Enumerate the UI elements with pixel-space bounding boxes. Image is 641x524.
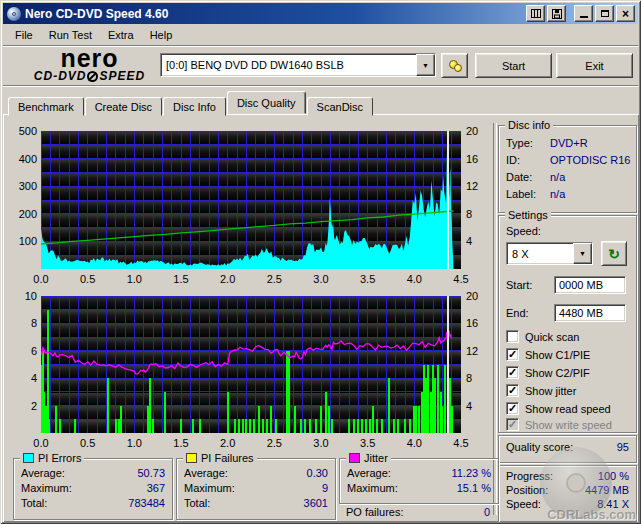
jitter-stats-body: Average:11.23 % Maximum:15.1 % xyxy=(340,459,498,495)
eject-disc-button[interactable] xyxy=(441,53,468,78)
disc-date-value: n/a xyxy=(550,171,565,183)
speed-select[interactable]: 8 X ▼ xyxy=(506,242,593,265)
pi-failures-stats-group: PI Failures Average:0.30 Maximum:9 Total… xyxy=(176,458,336,520)
window-list-button[interactable] xyxy=(526,5,545,22)
axis-tick-label: 3.0 xyxy=(309,437,333,449)
start-position-row: Start: xyxy=(506,276,626,294)
menu-file[interactable]: File xyxy=(7,27,41,43)
pi-errors-maximum-row: Maximum:367 xyxy=(14,481,172,495)
start-button[interactable]: Start xyxy=(475,53,552,78)
save-button[interactable] xyxy=(547,5,566,22)
refresh-speed-button[interactable]: ↻ xyxy=(601,241,627,266)
po-failures-value: 0 xyxy=(484,506,490,518)
tab-disc-quality[interactable]: Disc Quality xyxy=(227,91,306,114)
disc-type-value: DVD+R xyxy=(550,137,588,149)
menu-run-test[interactable]: Run Test xyxy=(41,27,100,43)
disc-hand-icon xyxy=(448,60,462,72)
scan-speed-value: 8.41 X xyxy=(597,498,629,510)
axis-tick-label: 4.5 xyxy=(449,273,473,285)
axis-tick-label: 400 xyxy=(4,153,37,165)
show-c2-pif-checkbox-box[interactable] xyxy=(506,366,519,379)
jitter-maximum-row: Maximum:15.1 % xyxy=(340,481,498,495)
show-jitter-checkbox-box[interactable] xyxy=(506,384,519,397)
pi-errors-maximum-label: Maximum: xyxy=(21,482,72,494)
show-c1-pie-checkbox[interactable]: Show C1/PIE xyxy=(506,348,590,361)
pi-failures-average-row: Average:0.30 xyxy=(177,466,335,480)
axis-tick-label: 1.0 xyxy=(122,273,146,285)
axis-tick-label: 10 xyxy=(4,290,37,302)
pi-errors-stats-body: Average:50.73 Maximum:367 Total:783484 xyxy=(14,459,172,510)
axis-tick-label: 2.0 xyxy=(216,437,240,449)
pi-failures-maximum-row: Maximum:9 xyxy=(177,481,335,495)
axis-tick-label: 0.5 xyxy=(76,437,100,449)
nero-logo: nero CD-DVD SPEED xyxy=(17,47,162,83)
axis-tick-label: 4.0 xyxy=(402,437,426,449)
jitter-maximum-label: Maximum: xyxy=(347,482,398,494)
pi-errors-total-value: 783484 xyxy=(128,497,165,509)
pi-errors-average-value: 50.73 xyxy=(137,467,165,479)
position-label: Position: xyxy=(506,484,548,496)
pi-failures-average-label: Average: xyxy=(184,467,228,479)
pi-errors-chart: 100200300400500481216200.00.51.01.52.02.… xyxy=(4,121,496,289)
disc-date-row: Date:n/a xyxy=(499,170,636,184)
show-read-speed-checkbox[interactable]: Show read speed xyxy=(506,402,611,415)
jitter-swatch-icon xyxy=(349,453,360,463)
speed-select-arrow[interactable]: ▼ xyxy=(573,243,592,264)
close-button[interactable]: × xyxy=(616,5,635,22)
axis-tick-label: 1.5 xyxy=(169,273,193,285)
axis-tick-label: 20 xyxy=(466,290,488,302)
axis-tick-label: 12 xyxy=(466,345,488,357)
tab-create-disc[interactable]: Create Disc xyxy=(85,97,162,116)
jitter-average-value: 11.23 % xyxy=(451,467,491,479)
show-c1-pie-checkbox-box[interactable] xyxy=(506,348,519,361)
tab-benchmark[interactable]: Benchmark xyxy=(8,97,84,116)
quick-scan-checkbox[interactable]: Quick scan xyxy=(506,330,579,343)
minimize-button[interactable] xyxy=(574,5,593,22)
disc-id-label: ID: xyxy=(506,154,550,166)
show-c2-pif-checkbox[interactable]: Show C2/PIF xyxy=(506,366,590,379)
disc-id-row: ID:OPTODISC R16 xyxy=(499,153,636,167)
drive-select-arrow[interactable]: ▼ xyxy=(416,54,435,76)
jitter-average-row: Average:11.23 % xyxy=(340,466,498,480)
minimize-icon xyxy=(580,16,588,18)
start-position-input[interactable] xyxy=(554,276,626,294)
drive-select[interactable]: [0:0] BENQ DVD DD DW1640 BSLB ▼ xyxy=(160,53,436,77)
title-bar: Nero CD-DVD Speed 4.60 × xyxy=(3,3,638,24)
pi-failures-stats-body: Average:0.30 Maximum:9 Total:3601 xyxy=(177,459,335,510)
pi-failures-total-value: 3601 xyxy=(304,497,328,509)
pi-failures-title: PI Failures xyxy=(201,452,254,464)
progress-label: Progress: xyxy=(506,470,553,482)
pi-errors-swatch-icon xyxy=(23,453,34,463)
progress-value: 100 % xyxy=(598,470,629,482)
end-position-input[interactable] xyxy=(554,304,626,322)
show-jitter-checkbox[interactable]: Show jitter xyxy=(506,384,576,397)
exit-button[interactable]: Exit xyxy=(556,53,633,78)
settings-group: Settings Speed: 8 X ▼ ↻ Start: End: Quic… xyxy=(498,215,637,433)
show-write-speed-checkbox-box xyxy=(506,418,519,431)
position-value: 4479 MB xyxy=(585,484,629,496)
disc-info-body: Type:DVD+R ID:OPTODISC R16 Date:n/a Labe… xyxy=(499,126,636,201)
axis-tick-label: 4 xyxy=(466,235,488,247)
show-read-speed-checkbox-box[interactable] xyxy=(506,402,519,415)
progress-group: Progress:100 % Position:4479 MB Speed:8.… xyxy=(498,465,637,523)
jitter-legend: Jitter xyxy=(346,452,391,464)
axis-tick-label: 6 xyxy=(4,345,37,357)
quick-scan-checkbox-box[interactable] xyxy=(506,330,519,343)
settings-title: Settings xyxy=(505,209,551,221)
menu-help[interactable]: Help xyxy=(142,27,181,43)
speed-label: Speed: xyxy=(506,225,541,237)
disc-label-label: Label: xyxy=(506,188,550,200)
axis-tick-label: 0.0 xyxy=(29,273,53,285)
maximize-button[interactable] xyxy=(595,5,614,22)
end-position-label: End: xyxy=(506,307,554,319)
tab-disc-info[interactable]: Disc Info xyxy=(163,97,226,116)
disc-quality-tab-page: 100200300400500481216200.00.51.01.52.02.… xyxy=(3,114,640,523)
tab-scandisc[interactable]: ScanDisc xyxy=(307,97,373,116)
menu-extra[interactable]: Extra xyxy=(100,27,142,43)
jitter-stats-group: Jitter Average:11.23 % Maximum:15.1 % xyxy=(339,458,499,504)
drive-select-value: [0:0] BENQ DVD DD DW1640 BSLB xyxy=(161,59,416,71)
nero-logo-word: nero xyxy=(17,47,162,69)
axis-tick-label: 4 xyxy=(466,400,488,412)
pi-errors-maximum-value: 367 xyxy=(147,482,165,494)
logo-sub-left: CD-DVD xyxy=(34,69,87,83)
